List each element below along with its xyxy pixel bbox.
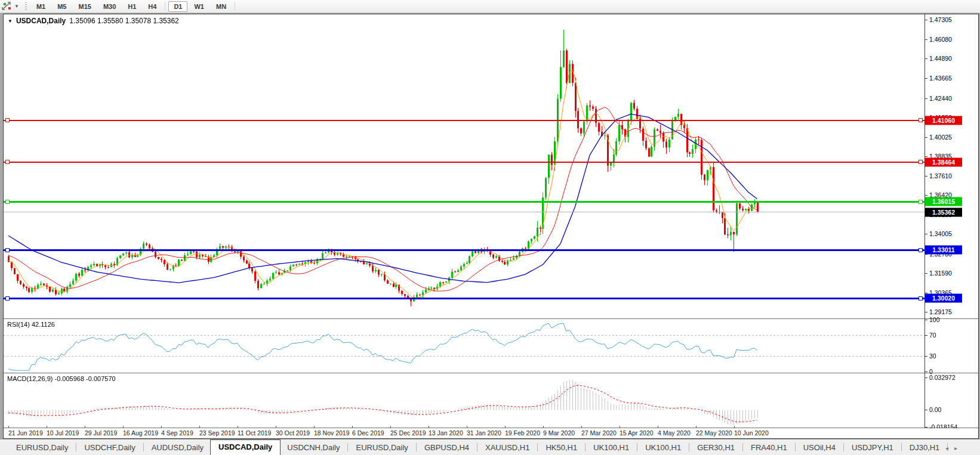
timeframe-button-h4[interactable]: H4 [143, 1, 162, 12]
axis-tick-mark [924, 234, 927, 234]
chart-tab-dj30-h1[interactable]: DJ30,H1 [903, 441, 947, 455]
line-drag-handle[interactable] [5, 200, 10, 204]
date-axis-label: 27 Mar 2020 [581, 429, 617, 437]
date-tick-mark [352, 426, 353, 428]
line-drag-handle[interactable] [919, 200, 923, 204]
chart-tab-gbpusd-h4[interactable]: GBPUSD,H4 [418, 441, 476, 455]
toolbar-grip[interactable] [25, 2, 27, 11]
chart-tab-usoil-h4[interactable]: USOil,H4 [797, 441, 842, 455]
line-drag-handle[interactable] [5, 118, 10, 122]
price-chart-canvas[interactable] [4, 14, 924, 428]
line-drag-handle[interactable] [5, 248, 10, 252]
tab-separator [143, 443, 144, 451]
date-tick-mark [161, 426, 162, 428]
chart-menu-icon[interactable]: ▼ [8, 18, 13, 24]
date-tick-mark [276, 426, 276, 428]
horizontal-line-object[interactable] [4, 249, 924, 251]
date-tick-mark [8, 426, 9, 428]
line-drag-handle[interactable] [919, 296, 923, 301]
date-axis-label: 16 Aug 2019 [123, 429, 158, 437]
date-tick-mark [543, 426, 544, 428]
price-axis-divider [924, 14, 925, 428]
date-axis-label: 4 Sep 2019 [161, 429, 193, 437]
price-axis-badge: 1.33011 [925, 246, 962, 255]
horizontal-line-object[interactable] [4, 201, 924, 203]
timeframe-button-m30[interactable]: M30 [98, 1, 121, 12]
price-axis-badge: 1.41060 [925, 116, 962, 125]
axis-tick-label: 1.40025 [929, 134, 952, 141]
timeframe-button-w1[interactable]: W1 [189, 1, 209, 12]
chart-tab-usdjpy-h1[interactable]: USDJPY,H1 [845, 441, 900, 455]
date-axis-label: 11 Oct 2019 [238, 429, 271, 437]
line-drag-handle[interactable] [919, 160, 923, 164]
date-axis-label: 25 Dec 2019 [390, 429, 426, 437]
chart-tab-audusd-daily[interactable]: AUDUSD,Daily [145, 441, 210, 455]
axis-tick-mark [924, 372, 927, 372]
date-axis-label: 30 Oct 2019 [276, 429, 310, 437]
axis-tick-label: 70 [929, 332, 936, 339]
tab-separator [795, 443, 796, 451]
line-drag-handle[interactable] [919, 248, 923, 252]
timeframe-button-mn[interactable]: MN [211, 1, 232, 12]
timeframe-button-m1[interactable]: M1 [31, 1, 51, 12]
axis-tick-mark [924, 137, 927, 138]
tab-scroll-right-icon[interactable]: ▸ [954, 445, 957, 451]
axis-tick-label: 1.37610 [929, 172, 952, 179]
chart-tab-usdcad-daily[interactable]: USDCAD,Daily [210, 439, 281, 455]
line-drag-handle[interactable] [5, 296, 10, 301]
line-drag-handle[interactable] [5, 160, 10, 164]
date-tick-mark [581, 426, 582, 428]
timeframe-button-m15[interactable]: M15 [73, 1, 96, 12]
chart-tab-hk50-h1[interactable]: HK50,H1 [539, 441, 584, 455]
date-axis-label: 31 Jan 2020 [467, 429, 501, 437]
axis-tick-label: 1.29175 [929, 308, 952, 315]
date-axis: 21 Jun 201910 Jul 201929 Jul 201916 Aug … [4, 428, 978, 438]
date-tick-mark [123, 426, 124, 428]
date-tick-mark [429, 426, 429, 428]
chart-tab-eurusd-daily[interactable]: EURUSD,Daily [349, 441, 414, 455]
axis-tick-label: 0.032972 [929, 374, 956, 381]
chart-tab-uk100-h1[interactable]: UK100,H1 [587, 441, 636, 455]
chart-tab-eurusd-daily[interactable]: EURUSD,Daily [10, 441, 75, 455]
chart-tab-ger30-h1[interactable]: GER30,H1 [691, 441, 741, 455]
axis-tick-mark [924, 58, 927, 59]
date-axis-label: 29 Jul 2019 [85, 429, 117, 437]
date-tick-mark [47, 426, 47, 428]
chart-tab-usdchf-daily[interactable]: USDCHF,Daily [78, 441, 141, 455]
timeframe-button-d1[interactable]: D1 [168, 1, 187, 12]
pane-separator-rsi-macd[interactable] [4, 373, 978, 373]
date-tick-mark [696, 426, 697, 428]
horizontal-line-object[interactable] [4, 162, 924, 163]
axis-tick-label: 1.44890 [929, 55, 952, 62]
chart-tools-dropdown-icon[interactable]: ▼ [14, 4, 19, 9]
horizontal-line-object[interactable] [4, 120, 924, 121]
tab-bar-grip [0, 439, 10, 455]
toolbar-separator [235, 2, 235, 11]
chart-tab-xauusd-h1[interactable]: XAUUSD,H1 [479, 441, 536, 455]
axis-tick-mark [924, 427, 927, 428]
date-axis-label: 10 Jun 2020 [734, 429, 769, 437]
line-drag-handle[interactable] [919, 118, 923, 122]
horizontal-line-object[interactable] [4, 298, 924, 299]
toolbar-separator [165, 2, 165, 11]
axis-tick-mark [924, 312, 927, 312]
chart-tools-icon[interactable] [2, 2, 14, 11]
chart-tab-bar: EURUSD,DailyUSDCHF,DailyAUDUSD,DailyUSDC… [0, 439, 980, 455]
chart-tab-usdcnh-daily[interactable]: USDCNH,Daily [281, 441, 346, 455]
date-tick-mark [658, 426, 658, 428]
timeframe-button-h1[interactable]: H1 [122, 1, 141, 12]
macd-label: MACD(12,26,9) -0.005968 -0.007570 [7, 375, 116, 382]
date-tick-mark [238, 426, 238, 428]
axis-tick-label: 100 [929, 316, 940, 323]
timeframe-button-m5[interactable]: M5 [52, 1, 72, 12]
tab-scroll-left-icon[interactable]: ◂ [945, 445, 948, 451]
date-axis-label: 4 May 2020 [658, 429, 691, 437]
tab-separator [901, 443, 902, 451]
chart-tab-fra40-h1[interactable]: FRA40,H1 [744, 441, 794, 455]
chart-title: ▼ USDCAD,Daily 1.35096 1.35580 1.35078 1… [8, 17, 179, 25]
pane-separator-main-rsi[interactable] [4, 318, 978, 319]
axis-tick-mark [924, 98, 927, 99]
chart-workspace: ▼ USDCAD,Daily 1.35096 1.35580 1.35078 1… [0, 13, 980, 439]
date-tick-mark [199, 426, 200, 428]
chart-tab-uk100-h1[interactable]: UK100,H1 [639, 441, 688, 455]
